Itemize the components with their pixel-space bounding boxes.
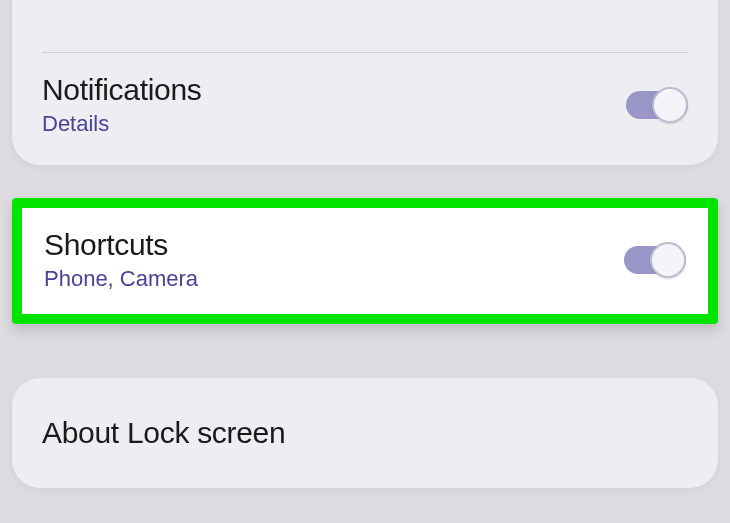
lock-screen-settings: Notifications Details Shortcuts Phone, C… (0, 0, 730, 523)
toggle-thumb (650, 242, 686, 278)
about-title: About Lock screen (42, 416, 285, 450)
toggle-thumb (652, 87, 688, 123)
shortcuts-title: Shortcuts (44, 228, 198, 262)
about-text: About Lock screen (42, 416, 285, 450)
about-row[interactable]: About Lock screen (12, 378, 718, 488)
shortcuts-toggle[interactable] (624, 242, 686, 278)
settings-card-top: Notifications Details (12, 0, 718, 165)
shortcuts-row[interactable]: Shortcuts Phone, Camera (22, 208, 708, 314)
notifications-text: Notifications Details (42, 73, 202, 137)
shortcuts-subtitle: Phone, Camera (44, 266, 198, 292)
shortcuts-card-highlight: Shortcuts Phone, Camera (12, 198, 718, 324)
notifications-subtitle[interactable]: Details (42, 111, 202, 137)
shortcuts-text: Shortcuts Phone, Camera (44, 228, 198, 292)
about-card: About Lock screen (12, 378, 718, 488)
notifications-row[interactable]: Notifications Details (12, 53, 718, 157)
notifications-toggle[interactable] (626, 87, 688, 123)
cropped-spacer (12, 0, 718, 52)
notifications-title: Notifications (42, 73, 202, 107)
